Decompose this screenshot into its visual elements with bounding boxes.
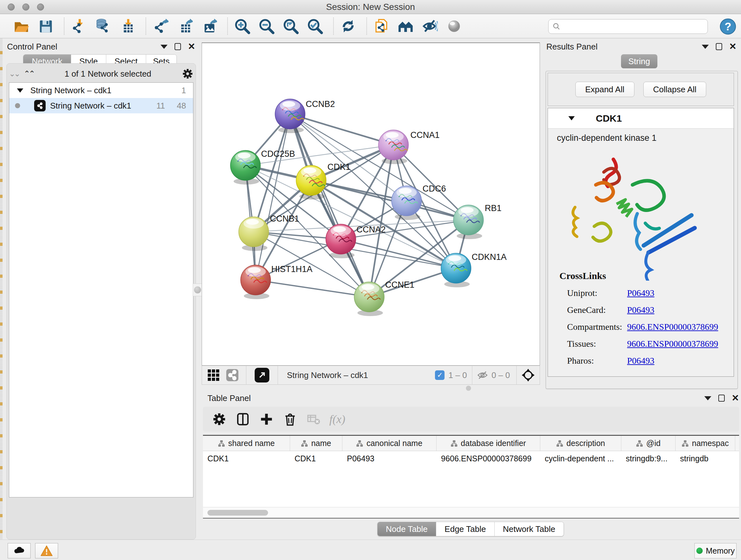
tab-node-table[interactable]: Node Table [378, 522, 436, 536]
node-RB1[interactable] [454, 205, 483, 239]
search-input[interactable] [548, 19, 708, 34]
crosslink-link[interactable]: 9606.ENSP00000378699 [627, 322, 718, 332]
node-CCNB1[interactable] [239, 217, 269, 251]
float-panel-icon[interactable] [702, 45, 709, 49]
network-options-gear-icon[interactable] [182, 68, 193, 79]
zoom-selected-icon[interactable] [307, 17, 324, 35]
table-cell[interactable]: CDK1 [203, 451, 290, 466]
table-horizontal-scrollbar[interactable] [203, 507, 739, 518]
column-header-name[interactable]: name [290, 436, 342, 451]
column-header-canonical-name[interactable]: canonical name [342, 436, 436, 451]
column-header-description[interactable]: description [540, 436, 621, 451]
node-CCNE1[interactable] [354, 282, 384, 316]
network-overview-icon[interactable] [226, 369, 239, 381]
network-row[interactable]: String Network – cdk1 11 48 [9, 98, 193, 113]
maximize-panel-icon[interactable] [716, 43, 722, 50]
table-header-row: shared namenamecanonical namedatabase id… [203, 436, 739, 451]
export-image-icon[interactable] [200, 17, 218, 35]
collapse-card-icon[interactable] [568, 116, 575, 120]
table-cell[interactable]: CDK1 [290, 451, 342, 466]
close-panel-icon[interactable]: ✕ [732, 395, 739, 401]
left-splitter-handle[interactable] [193, 284, 202, 296]
zoom-out-icon[interactable] [258, 17, 275, 35]
float-panel-icon[interactable] [160, 45, 167, 49]
zoom-in-icon[interactable] [233, 17, 251, 35]
maximize-panel-icon[interactable] [718, 395, 725, 401]
tab-string[interactable]: String [621, 54, 657, 68]
collection-expander-icon[interactable] [17, 88, 23, 92]
table-cell[interactable]: cyclin-dependent ... [540, 451, 621, 466]
new-network-from-selection-icon[interactable] [373, 17, 390, 35]
network-collection-row[interactable]: String Network – cdk1 1 [9, 83, 193, 98]
open-session-icon[interactable] [13, 17, 30, 35]
scrollbar-thumb[interactable] [207, 510, 268, 516]
network-canvas[interactable]: CCNB2 CCNA1 CDC25B CDK1 CDC6 RB1 [202, 43, 540, 366]
help-button[interactable]: ? [719, 18, 737, 35]
import-table-icon[interactable] [119, 17, 136, 35]
node-CCNA1[interactable] [379, 130, 408, 164]
save-session-icon[interactable] [37, 17, 54, 35]
table-cell[interactable]: 9606.ENSP00000378699 [436, 451, 540, 466]
close-panel-icon[interactable]: ✕ [188, 43, 195, 50]
node-CDC6[interactable] [392, 186, 421, 220]
detach-view-icon[interactable] [255, 368, 269, 382]
export-table-icon[interactable] [176, 17, 193, 35]
node-CCNB2[interactable] [275, 99, 305, 133]
delete-column-trash-icon[interactable] [282, 411, 298, 427]
crosslink-link[interactable]: 9606.ENSP00000378699 [627, 339, 718, 349]
node-CDKN1A[interactable] [441, 253, 471, 287]
warnings-button[interactable] [35, 543, 58, 558]
column-header-database-identifier[interactable]: database identifier [436, 436, 540, 451]
node-HIST1H1A[interactable] [241, 265, 271, 299]
edge-CCNB2-HIST1H1A[interactable] [256, 114, 290, 280]
memory-button[interactable]: Memory [694, 543, 737, 558]
collapse-all-button[interactable]: Collapse All [643, 82, 706, 97]
table-cell[interactable]: P06493 [342, 451, 436, 466]
selected-checkbox-icon[interactable]: ✓ [435, 370, 445, 380]
node-table[interactable]: shared namenamecanonical namedatabase id… [203, 435, 739, 518]
node-label-HIST1H1A: HIST1H1A [271, 264, 313, 274]
zoom-fit-icon[interactable] [282, 17, 299, 35]
close-panel-icon[interactable]: ✕ [729, 43, 737, 50]
crosslink-link[interactable]: P06493 [627, 305, 655, 315]
network-graph[interactable]: CCNB2 CCNA1 CDC25B CDK1 CDC6 RB1 [202, 43, 540, 365]
grid-mode-icon[interactable] [208, 369, 219, 381]
maximize-panel-icon[interactable] [175, 43, 181, 50]
crosslink-link[interactable]: P06493 [627, 356, 655, 366]
collapse-all-networks-icon[interactable]: ⌄⌄ [9, 71, 19, 77]
redraw-network-icon[interactable] [340, 17, 357, 35]
node-CDK1[interactable] [296, 165, 326, 199]
show-columns-icon[interactable] [235, 411, 251, 427]
window-minimize-icon[interactable] [22, 3, 29, 10]
edge-HIST1H1A-CCNE1[interactable] [256, 280, 369, 297]
column-header-shared-name[interactable]: shared name [203, 436, 290, 451]
edge-CCNB2-CCNA1[interactable] [290, 114, 394, 145]
table-cell[interactable]: stringdb:9... [621, 451, 676, 466]
import-network-icon[interactable] [70, 17, 87, 35]
cloud-status-button[interactable] [8, 543, 30, 558]
expand-all-button[interactable]: Expand All [576, 82, 634, 97]
table-settings-gear-icon[interactable] [211, 411, 227, 427]
column-header-namespac[interactable]: namespac [676, 436, 735, 451]
import-network-database-icon[interactable] [94, 17, 112, 35]
first-neighbors-icon[interactable] [397, 17, 414, 35]
bottom-splitter-handle[interactable] [466, 386, 471, 391]
tab-network-table[interactable]: Network Table [495, 522, 563, 536]
column-header--id[interactable]: @id [621, 436, 676, 451]
table-cell[interactable]: stringdb [676, 451, 735, 466]
node-CDC25B[interactable] [230, 150, 260, 185]
export-network-icon[interactable] [152, 17, 169, 35]
table-row[interactable]: CDK1CDK1P064939606.ENSP00000378699cyclin… [203, 451, 739, 466]
expand-all-networks-icon[interactable]: ⌃⌃ [23, 71, 34, 77]
window-close-icon[interactable] [8, 3, 15, 10]
window-zoom-icon[interactable] [37, 3, 44, 10]
node-CCNA2[interactable] [326, 224, 356, 258]
create-column-plus-icon[interactable] [259, 411, 274, 427]
fit-selected-crosshair-icon[interactable] [521, 368, 535, 382]
protein-card-header[interactable]: CDK1 [548, 108, 734, 129]
tab-edge-table[interactable]: Edge Table [436, 522, 495, 536]
show-all-icon[interactable] [446, 17, 463, 35]
crosslink-link[interactable]: P06493 [627, 288, 655, 298]
float-panel-icon[interactable] [704, 396, 711, 400]
hide-selected-icon[interactable] [421, 17, 439, 35]
